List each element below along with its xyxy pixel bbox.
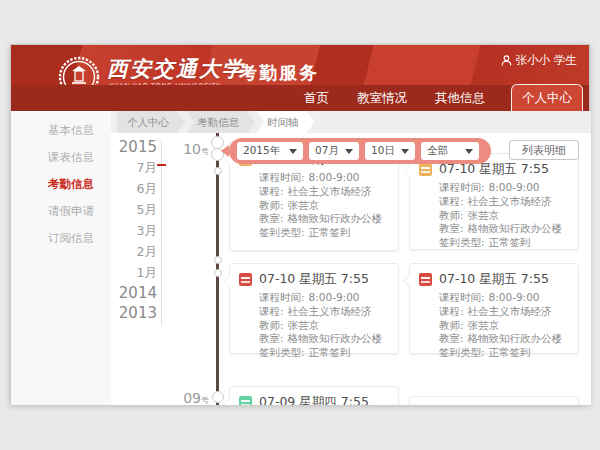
period-feb[interactable]: 2月: [111, 241, 157, 262]
timeline-node: [214, 269, 222, 277]
breadcrumb-personal-center[interactable]: 个人中心: [117, 111, 185, 133]
sidebar-item-subscription[interactable]: 订阅信息: [11, 225, 111, 252]
chevron-down-icon: [465, 149, 473, 154]
period-may[interactable]: 5月: [111, 199, 157, 220]
app-title: 考勤服务: [239, 61, 319, 85]
timeline-node: [214, 256, 222, 264]
month-select[interactable]: 07月: [309, 142, 359, 160]
card-field: 教室:格物致知行政办公楼: [259, 212, 390, 226]
period-2015[interactable]: 2015: [111, 137, 157, 157]
card-field: 教师:张芸京: [259, 319, 390, 333]
nav-classrooms[interactable]: 教室情况: [357, 85, 407, 111]
day-marker-09: 09号: [169, 388, 209, 405]
card-date-title: 07-10 星期五 7:55: [439, 271, 549, 288]
nav-personal-center[interactable]: 个人中心: [511, 84, 583, 111]
app-header: 西安交通大学 XI'AN JIAO TONG UNIVERSITY 考勤服务 张…: [11, 45, 589, 111]
calendar-icon: [239, 396, 252, 406]
page: 西安交通大学 XI'AN JIAO TONG UNIVERSITY 考勤服务 张…: [0, 0, 600, 450]
current-month-marker: [157, 164, 166, 166]
period-jul[interactable]: 7月: [111, 157, 157, 178]
card-field: 课程:社会主义市场经济: [259, 305, 390, 319]
sidebar-item-timetable[interactable]: 课表信息: [11, 144, 111, 171]
list-detail-button[interactable]: 列表明细: [509, 140, 579, 160]
card-date-title: 07-10 星期五 7:55: [259, 271, 369, 288]
chevron-down-icon: [401, 149, 409, 154]
period-mar[interactable]: 3月: [111, 220, 157, 241]
attendance-card: 07-09 星期四 7:55: [229, 386, 399, 405]
nav-other-info[interactable]: 其他信息: [435, 85, 485, 111]
chevron-down-icon: [345, 149, 353, 154]
period-jan[interactable]: 1月: [111, 262, 157, 283]
card-field: 课程时间:8:00-9:00: [439, 181, 570, 195]
year-select[interactable]: 2015年: [237, 142, 303, 160]
day-select[interactable]: 10日: [365, 142, 415, 160]
card-field: 课程:社会主义市场经济: [439, 305, 570, 319]
breadcrumb: 个人中心 考勤信息 时间轴: [111, 111, 591, 133]
card-field: 签到类型:正常签到: [439, 346, 570, 360]
timeline-view: 2015 7月 6月 5月 3月 2月 1月 2014 2013 10号 09号: [111, 133, 591, 405]
attendance-card: 07-10 星期五 7:55 课程时间:8:00-9:00 课程:社会主义市场经…: [229, 263, 399, 354]
card-field: 签到类型:正常签到: [259, 346, 390, 360]
filter-bar: 2015年 07月 10日 全部: [229, 138, 491, 164]
period-jun[interactable]: 6月: [111, 178, 157, 199]
breadcrumb-attendance[interactable]: 考勤信息: [187, 111, 255, 133]
sidebar-item-basic-info[interactable]: 基本信息: [11, 117, 111, 144]
app-window: 西安交通大学 XI'AN JIAO TONG UNIVERSITY 考勤服务 张…: [10, 44, 590, 404]
card-field: 课程时间:8:00-9:00: [259, 171, 390, 185]
card-field: 课程:社会主义市场经济: [439, 195, 570, 209]
timeline-node: [214, 167, 222, 175]
card-field: 签到类型:正常签到: [439, 236, 570, 250]
card-field: 课程时间:8:00-9:00: [259, 291, 390, 305]
attendance-card-peek: [409, 396, 579, 405]
attendance-card: 07-10 星期五 7:55 课程时间:8:00-9:00 课程:社会主义市场经…: [409, 153, 579, 250]
calendar-icon: [419, 273, 432, 286]
main-nav: 首页 教室情况 其他信息 个人中心: [11, 85, 589, 111]
nav-home[interactable]: 首页: [304, 85, 329, 111]
period-2014[interactable]: 2014: [111, 283, 157, 303]
sidebar-item-leave-request[interactable]: 请假申请: [11, 198, 111, 225]
card-field: 教室:格物致知行政办公楼: [439, 222, 570, 236]
user-name: 张小小: [516, 53, 551, 68]
user-role: 学生: [554, 53, 577, 68]
scope-select[interactable]: 全部: [421, 142, 479, 160]
card-field: 教师:张芸京: [259, 199, 390, 213]
breadcrumb-timeline[interactable]: 时间轴: [257, 111, 315, 133]
card-field: 签到类型:正常签到: [259, 226, 390, 240]
user-info[interactable]: 张小小 学生: [501, 53, 578, 68]
period-2013[interactable]: 2013: [111, 303, 157, 323]
chevron-down-icon: [289, 149, 297, 154]
day-marker-10: 10号: [169, 139, 209, 158]
period-divider: [161, 141, 162, 325]
calendar-icon: [239, 273, 252, 286]
university-name-cn: 西安交通大学: [107, 55, 245, 83]
card-field: 教师:张芸京: [439, 209, 570, 223]
sidebar-item-attendance[interactable]: 考勤信息: [11, 171, 111, 198]
card-field: 课程:社会主义市场经济: [259, 185, 390, 199]
card-field: 教室:格物致知行政办公楼: [439, 332, 570, 346]
card-field: 教师:张芸京: [439, 319, 570, 333]
period-list: 2015 7月 6月 5月 3月 2月 1月 2014 2013: [111, 137, 157, 323]
card-field: 课程时间:8:00-9:00: [439, 291, 570, 305]
calendar-icon: [419, 163, 432, 176]
user-icon: [501, 55, 512, 66]
sidebar: 基本信息 课表信息 考勤信息 请假申请 订阅信息: [11, 111, 111, 405]
attendance-card: 07-10 星期五 7:55 课程时间:8:00-9:00 课程:社会主义市场经…: [409, 263, 579, 354]
card-field: 教室:格物致知行政办公楼: [259, 332, 390, 346]
timeline-node: [212, 391, 224, 403]
card-date-title: 07-09 星期四 7:55: [259, 394, 369, 406]
